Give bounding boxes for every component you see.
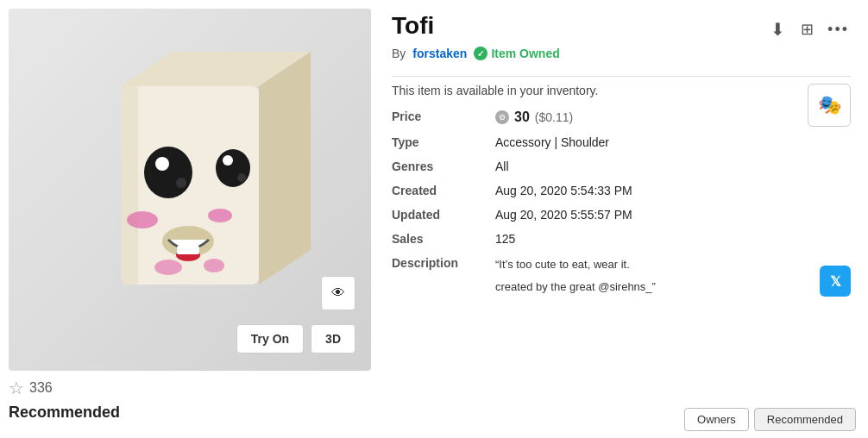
download-button[interactable]: ⬇ (769, 17, 787, 41)
svg-point-8 (223, 155, 233, 166)
twitter-button[interactable]: 𝕏 (820, 266, 851, 297)
author-link[interactable]: forstaken (412, 47, 467, 60)
svg-point-6 (176, 178, 186, 188)
recommended-tab[interactable]: Recommended (754, 408, 856, 431)
svg-point-16 (204, 259, 224, 272)
svg-point-9 (237, 173, 246, 182)
divider (392, 76, 851, 77)
sales-value: 125 (495, 230, 799, 247)
created-value: Aug 20, 2020 5:54:33 PM (495, 182, 799, 199)
title-row: Tofi ⬇ ⊞ ••• (392, 12, 851, 41)
right-panel: Tofi ⬇ ⊞ ••• By forstaken ✓ Item Owned (380, 0, 868, 438)
svg-marker-1 (259, 52, 311, 285)
item-title: Tofi (392, 12, 434, 40)
genres-label: Genres (392, 158, 495, 175)
description-line1: “It’s too cute to eat, wear it. (495, 256, 799, 273)
svg-point-7 (216, 149, 250, 187)
owners-tab[interactable]: Owners (684, 408, 749, 431)
inventory-note: This item is available in your inventory… (392, 84, 799, 97)
updated-label: Updated (392, 206, 495, 223)
grid-icon: ⊞ (801, 21, 812, 38)
updated-value: Aug 20, 2020 5:55:57 PM (495, 206, 799, 223)
tab-bar: Owners Recommended (672, 401, 868, 438)
action-buttons: Try On 3D (236, 324, 355, 354)
description-value: “It’s too cute to eat, wear it. created … (495, 254, 799, 297)
svg-rect-14 (177, 246, 199, 254)
price-usd: ($0.11) (535, 110, 573, 124)
price-robux: 30 (514, 110, 530, 125)
owned-badge: ✓ Item Owned (474, 47, 559, 60)
recommended-label: Recommended (9, 404, 371, 422)
right-sidebar: 🎭 𝕏 (808, 84, 851, 297)
three-d-button[interactable]: 3D (311, 324, 355, 354)
description-line2: created by the great @sirehns_” (495, 278, 799, 296)
left-panel: 👁 Try On 3D ☆ 336 Recommended (0, 0, 380, 438)
svg-rect-3 (121, 86, 138, 285)
more-icon: ••• (827, 21, 849, 38)
price-label: Price (392, 108, 495, 127)
download-icon: ⬇ (771, 20, 785, 39)
genres-value: All (495, 158, 799, 175)
right-panel-inner: This item is available in your inventory… (392, 84, 851, 297)
star-icon[interactable]: ☆ (9, 378, 24, 398)
svg-point-11 (208, 209, 232, 222)
sales-label: Sales (392, 230, 495, 247)
svg-point-5 (155, 157, 169, 171)
title-actions: ⬇ ⊞ ••• (769, 17, 851, 41)
svg-point-4 (144, 147, 192, 198)
item-image: 👁 Try On 3D (9, 9, 371, 371)
grid-button[interactable]: ⊞ (799, 18, 814, 41)
type-value: Accessory | Shoulder (495, 134, 799, 151)
customize-button[interactable]: 🎭 (808, 84, 851, 127)
owned-text: Item Owned (491, 47, 559, 60)
price-value: ⊙ 30 ($0.11) (495, 108, 799, 127)
eye-icon: 👁 (331, 285, 345, 301)
favorite-count: 336 (29, 380, 53, 396)
by-label: By (392, 47, 406, 60)
svg-point-10 (127, 211, 158, 228)
try-on-button[interactable]: Try On (236, 324, 304, 354)
customize-icon: 🎭 (818, 94, 841, 116)
twitter-icon: 𝕏 (830, 273, 841, 290)
description-label: Description (392, 254, 495, 297)
type-label: Type (392, 134, 495, 151)
details-table: Price ⊙ 30 ($0.11) Type Accessory | Shou… (392, 108, 799, 297)
favorites-area: ☆ 336 (9, 378, 371, 398)
details-area: This item is available in your inventory… (392, 84, 799, 297)
more-button[interactable]: ••• (826, 19, 851, 41)
owned-check-icon: ✓ (474, 47, 487, 60)
svg-point-15 (154, 260, 182, 275)
created-label: Created (392, 182, 495, 199)
robux-icon: ⊙ (495, 110, 509, 124)
author-row: By forstaken ✓ Item Owned (392, 47, 851, 60)
view-icon-button[interactable]: 👁 (321, 276, 355, 310)
